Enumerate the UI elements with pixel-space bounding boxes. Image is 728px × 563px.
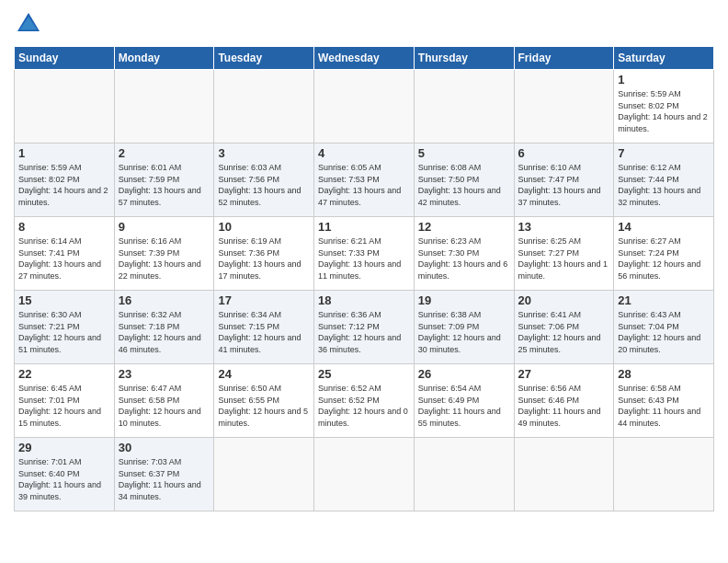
day-info: Sunrise: 6:52 AMSunset: 6:52 PMDaylight:… bbox=[318, 383, 410, 429]
col-wednesday: Wednesday bbox=[314, 47, 415, 70]
day-number: 14 bbox=[618, 220, 710, 234]
table-row: 12Sunrise: 6:23 AMSunset: 7:30 PMDayligh… bbox=[414, 217, 514, 291]
day-number: 1 bbox=[618, 73, 710, 86]
table-row: 30Sunrise: 7:03 AMSunset: 6:37 PMDayligh… bbox=[114, 438, 214, 511]
day-info: Sunrise: 6:36 AMSunset: 7:12 PMDaylight:… bbox=[318, 309, 410, 355]
table-row bbox=[514, 70, 614, 144]
table-row: 22Sunrise: 6:45 AMSunset: 7:01 PMDayligh… bbox=[15, 364, 115, 438]
day-number: 2 bbox=[119, 146, 210, 160]
table-row bbox=[414, 70, 514, 144]
day-number: 28 bbox=[618, 367, 710, 381]
page-container: Sunday Monday Tuesday Wednesday Thursday… bbox=[0, 0, 728, 521]
table-row: 2Sunrise: 6:01 AMSunset: 7:59 PMDaylight… bbox=[114, 144, 214, 217]
col-thursday: Thursday bbox=[414, 47, 514, 70]
day-info: Sunrise: 6:34 AMSunset: 7:15 PMDaylight:… bbox=[218, 309, 310, 355]
day-info: Sunrise: 7:03 AMSunset: 6:37 PMDaylight:… bbox=[119, 456, 210, 502]
calendar-week-row: 1Sunrise: 5:59 AMSunset: 8:02 PMDaylight… bbox=[15, 144, 714, 217]
day-number: 22 bbox=[18, 367, 110, 381]
table-row: 7Sunrise: 6:12 AMSunset: 7:44 PMDaylight… bbox=[614, 144, 714, 217]
calendar-week-row: 15Sunrise: 6:30 AMSunset: 7:21 PMDayligh… bbox=[15, 291, 714, 364]
col-saturday: Saturday bbox=[614, 47, 714, 70]
logo bbox=[14, 9, 47, 39]
day-number: 6 bbox=[518, 146, 610, 160]
table-row: 9Sunrise: 6:16 AMSunset: 7:39 PMDaylight… bbox=[114, 217, 214, 291]
calendar-week-row: 29Sunrise: 7:01 AMSunset: 6:40 PMDayligh… bbox=[15, 438, 714, 511]
day-info: Sunrise: 6:56 AMSunset: 6:46 PMDaylight:… bbox=[518, 383, 610, 429]
table-row: 5Sunrise: 6:08 AMSunset: 7:50 PMDaylight… bbox=[414, 144, 514, 217]
day-info: Sunrise: 7:01 AMSunset: 6:40 PMDaylight:… bbox=[18, 456, 110, 502]
day-info: Sunrise: 6:41 AMSunset: 7:06 PMDaylight:… bbox=[518, 309, 610, 355]
day-info: Sunrise: 6:25 AMSunset: 7:27 PMDaylight:… bbox=[518, 236, 610, 282]
day-number: 16 bbox=[119, 293, 210, 307]
day-info: Sunrise: 6:05 AMSunset: 7:53 PMDaylight:… bbox=[318, 162, 410, 208]
table-row: 14Sunrise: 6:27 AMSunset: 7:24 PMDayligh… bbox=[614, 217, 714, 291]
table-row: 27Sunrise: 6:56 AMSunset: 6:46 PMDayligh… bbox=[514, 364, 614, 438]
table-row: 1Sunrise: 5:59 AMSunset: 8:02 PMDaylight… bbox=[614, 70, 714, 144]
day-number: 17 bbox=[218, 293, 310, 307]
table-row: 4Sunrise: 6:05 AMSunset: 7:53 PMDaylight… bbox=[314, 144, 415, 217]
day-number: 1 bbox=[18, 146, 110, 160]
day-number: 20 bbox=[518, 293, 610, 307]
day-info: Sunrise: 6:10 AMSunset: 7:47 PMDaylight:… bbox=[518, 162, 610, 208]
table-row: 23Sunrise: 6:47 AMSunset: 6:58 PMDayligh… bbox=[114, 364, 214, 438]
col-monday: Monday bbox=[114, 47, 214, 70]
day-info: Sunrise: 6:16 AMSunset: 7:39 PMDaylight:… bbox=[119, 236, 210, 282]
calendar-body: 1Sunrise: 5:59 AMSunset: 8:02 PMDaylight… bbox=[15, 70, 714, 511]
table-row bbox=[214, 438, 314, 511]
day-number: 24 bbox=[218, 367, 310, 381]
calendar-week-row: 22Sunrise: 6:45 AMSunset: 7:01 PMDayligh… bbox=[15, 364, 714, 438]
calendar-table: Sunday Monday Tuesday Wednesday Thursday… bbox=[14, 46, 714, 511]
table-row bbox=[114, 70, 214, 144]
day-info: Sunrise: 6:03 AMSunset: 7:56 PMDaylight:… bbox=[218, 162, 310, 208]
day-number: 13 bbox=[518, 220, 610, 234]
day-number: 8 bbox=[18, 220, 110, 234]
day-info: Sunrise: 6:01 AMSunset: 7:59 PMDaylight:… bbox=[119, 162, 210, 208]
day-info: Sunrise: 6:32 AMSunset: 7:18 PMDaylight:… bbox=[119, 309, 210, 355]
table-row bbox=[314, 438, 415, 511]
day-info: Sunrise: 5:59 AMSunset: 8:02 PMDaylight:… bbox=[618, 88, 710, 134]
col-tuesday: Tuesday bbox=[214, 47, 314, 70]
logo-icon bbox=[14, 9, 43, 39]
table-row: 1Sunrise: 5:59 AMSunset: 8:02 PMDaylight… bbox=[15, 144, 115, 217]
table-row: 11Sunrise: 6:21 AMSunset: 7:33 PMDayligh… bbox=[314, 217, 415, 291]
day-number: 3 bbox=[218, 146, 310, 160]
day-number: 26 bbox=[418, 367, 510, 381]
day-info: Sunrise: 6:21 AMSunset: 7:33 PMDaylight:… bbox=[318, 236, 410, 282]
table-row: 24Sunrise: 6:50 AMSunset: 6:55 PMDayligh… bbox=[214, 364, 314, 438]
header-row: Sunday Monday Tuesday Wednesday Thursday… bbox=[15, 47, 714, 70]
day-info: Sunrise: 6:58 AMSunset: 6:43 PMDaylight:… bbox=[618, 383, 710, 429]
header bbox=[14, 9, 714, 39]
day-info: Sunrise: 6:19 AMSunset: 7:36 PMDaylight:… bbox=[218, 236, 310, 282]
day-info: Sunrise: 6:43 AMSunset: 7:04 PMDaylight:… bbox=[618, 309, 710, 355]
calendar-week-row: 8Sunrise: 6:14 AMSunset: 7:41 PMDaylight… bbox=[15, 217, 714, 291]
table-row: 6Sunrise: 6:10 AMSunset: 7:47 PMDaylight… bbox=[514, 144, 614, 217]
day-number: 7 bbox=[618, 146, 710, 160]
table-row: 10Sunrise: 6:19 AMSunset: 7:36 PMDayligh… bbox=[214, 217, 314, 291]
day-number: 12 bbox=[418, 220, 510, 234]
day-number: 29 bbox=[18, 441, 110, 454]
table-row: 20Sunrise: 6:41 AMSunset: 7:06 PMDayligh… bbox=[514, 291, 614, 364]
table-row: 29Sunrise: 7:01 AMSunset: 6:40 PMDayligh… bbox=[15, 438, 115, 511]
col-friday: Friday bbox=[514, 47, 614, 70]
table-row bbox=[214, 70, 314, 144]
table-row: 18Sunrise: 6:36 AMSunset: 7:12 PMDayligh… bbox=[314, 291, 415, 364]
day-info: Sunrise: 6:14 AMSunset: 7:41 PMDaylight:… bbox=[18, 236, 110, 282]
day-info: Sunrise: 5:59 AMSunset: 8:02 PMDaylight:… bbox=[18, 162, 110, 208]
calendar-week-row: 1Sunrise: 5:59 AMSunset: 8:02 PMDaylight… bbox=[15, 70, 714, 144]
day-number: 9 bbox=[119, 220, 210, 234]
day-number: 21 bbox=[618, 293, 710, 307]
day-number: 30 bbox=[119, 441, 210, 454]
table-row: 15Sunrise: 6:30 AMSunset: 7:21 PMDayligh… bbox=[15, 291, 115, 364]
table-row bbox=[414, 438, 514, 511]
day-number: 5 bbox=[418, 146, 510, 160]
table-row: 16Sunrise: 6:32 AMSunset: 7:18 PMDayligh… bbox=[114, 291, 214, 364]
table-row: 21Sunrise: 6:43 AMSunset: 7:04 PMDayligh… bbox=[614, 291, 714, 364]
day-info: Sunrise: 6:47 AMSunset: 6:58 PMDaylight:… bbox=[119, 383, 210, 429]
table-row bbox=[314, 70, 415, 144]
day-info: Sunrise: 6:08 AMSunset: 7:50 PMDaylight:… bbox=[418, 162, 510, 208]
day-number: 25 bbox=[318, 367, 410, 381]
day-number: 10 bbox=[218, 220, 310, 234]
day-number: 23 bbox=[119, 367, 210, 381]
table-row bbox=[15, 70, 115, 144]
table-row: 17Sunrise: 6:34 AMSunset: 7:15 PMDayligh… bbox=[214, 291, 314, 364]
